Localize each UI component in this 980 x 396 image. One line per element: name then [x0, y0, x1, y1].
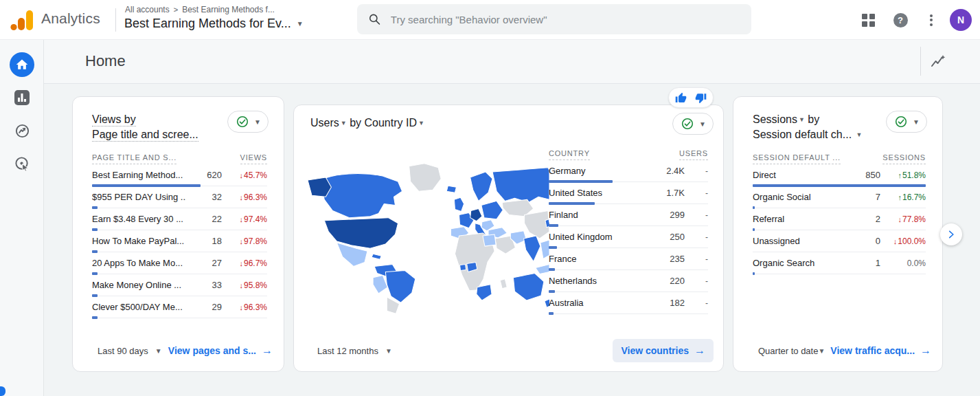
- analytics-logo-icon[interactable]: [10, 8, 34, 32]
- sidebar-item-reports[interactable]: [0, 84, 44, 111]
- views-card-title-line1: Views by: [92, 113, 136, 126]
- thumb-down-icon[interactable]: [695, 92, 707, 104]
- down-arrow-icon: ↓: [239, 303, 243, 311]
- breadcrumb-chevron-icon: >: [174, 6, 178, 14]
- period-selector[interactable]: Last 90 days ▼: [98, 346, 162, 356]
- search-input[interactable]: [391, 14, 740, 25]
- row-change: ↓77.8%: [880, 214, 926, 224]
- users-card: Users▼ by Country ID▼ ▼: [293, 104, 724, 372]
- breadcrumb-current[interactable]: Best Earning Methods f...: [182, 5, 275, 14]
- sidebar-item-advertising[interactable]: [0, 150, 44, 177]
- table-row: Germany2.4K-: [549, 160, 708, 182]
- row-label: United States: [549, 188, 649, 198]
- row-label: Finland: [549, 210, 649, 220]
- dimension-selector[interactable]: Session default ch... ▼: [753, 129, 862, 140]
- down-arrow-icon: ↓: [239, 215, 243, 223]
- map-region: [483, 234, 496, 246]
- views-table: Best Earning Method...620↓45.7%$955 PER …: [92, 164, 267, 318]
- period-label: Quarter to date: [758, 346, 818, 356]
- breadcrumb-root[interactable]: All accounts: [125, 5, 170, 14]
- check-circle-icon: [895, 116, 907, 128]
- row-label: Earn $3.48 Every 30 ...: [92, 214, 186, 224]
- sidebar-item-explore[interactable]: [0, 117, 44, 144]
- row-value: 33: [186, 280, 222, 290]
- search-icon: [368, 12, 381, 26]
- map-region: [513, 274, 544, 300]
- views-card-footer: Last 90 days ▼ View pages and s... →: [73, 338, 284, 363]
- table-row: Make Money Online ...33↓95.8%: [92, 274, 267, 296]
- sessions-card: Sessions▼ by Session default ch... ▼ ▼ S…: [733, 96, 943, 372]
- help-icon[interactable]: ?: [890, 0, 911, 40]
- search-bar[interactable]: [357, 4, 751, 34]
- period-selector[interactable]: Quarter to date: [758, 346, 818, 356]
- sessions-card-footer: Quarter to date ▼ View traffic acqu... →: [733, 338, 942, 363]
- down-arrow-icon: ↓: [239, 259, 243, 267]
- row-value: 2: [845, 214, 880, 224]
- row-label: Direct: [753, 170, 845, 180]
- metric-selector[interactable]: Sessions▼: [753, 113, 805, 125]
- avatar[interactable]: N: [950, 9, 972, 31]
- column-header-dimension: COUNTRY: [549, 149, 590, 160]
- map-region: [477, 285, 492, 300]
- carousel-next-button[interactable]: [940, 223, 962, 245]
- row-label: How To Make PayPal...: [92, 236, 186, 246]
- period-selector[interactable]: Last 12 months ▼: [317, 346, 392, 356]
- map-region: [324, 218, 398, 249]
- column-header-dimension: SESSION DEFAULT ...: [753, 153, 841, 164]
- row-label: United Kingdom: [549, 232, 649, 242]
- row-label: $955 PER DAY Using ...: [92, 192, 186, 202]
- row-change: ↑16.7%: [880, 192, 926, 202]
- row-bar: [753, 272, 755, 275]
- period-label: Last 12 months: [317, 346, 378, 356]
- row-change: -: [685, 166, 708, 176]
- thumb-up-icon[interactable]: [675, 92, 687, 104]
- down-arrow-icon: ↓: [893, 237, 898, 245]
- row-label: Netherlands: [549, 276, 649, 286]
- advertising-icon: [14, 156, 30, 172]
- apps-grid-icon[interactable]: [858, 0, 878, 40]
- map-region: [446, 186, 456, 192]
- reports-icon: [14, 90, 30, 105]
- breadcrumb[interactable]: All accounts > Best Earning Methods f...: [125, 5, 275, 14]
- row-label: Referral: [753, 214, 845, 224]
- row-bar: [549, 312, 554, 315]
- metric-selector[interactable]: Users▼: [310, 117, 347, 129]
- table-row: Best Earning Method...620↓45.7%: [92, 164, 267, 186]
- page-header-band: Home: [44, 40, 980, 84]
- view-countries-link[interactable]: View countries →: [613, 339, 714, 362]
- views-card: Views by Page title and scree... ▼ PAGE …: [72, 96, 284, 372]
- dimension-selector[interactable]: Country ID▼: [365, 117, 424, 129]
- world-map-choropleth: [306, 160, 549, 317]
- row-label: Best Earning Method...: [92, 170, 186, 180]
- down-arrow-icon: ↓: [239, 193, 243, 201]
- title-joiner: by: [808, 113, 819, 125]
- map-region: [409, 164, 442, 191]
- column-header-metric: VIEWS: [240, 153, 267, 164]
- kebab-menu-icon[interactable]: [924, 0, 938, 40]
- map-region: [500, 279, 507, 289]
- view-traffic-link[interactable]: ▼ View traffic acqu... →: [818, 344, 931, 357]
- insights-button[interactable]: [928, 52, 948, 72]
- row-label: France: [549, 254, 649, 264]
- table-row: $955 PER DAY Using ...32↓96.3%: [92, 186, 267, 208]
- table-row: Organic Search10.0%: [753, 252, 926, 274]
- row-change: ↓45.7%: [222, 170, 267, 180]
- table-header: PAGE TITLE AND S... VIEWS: [92, 149, 267, 164]
- countries-table-wrap: COUNTRY USERS Germany2.4K-United States1…: [549, 145, 708, 314]
- view-pages-link[interactable]: View pages and s... →: [168, 344, 273, 357]
- data-quality-pill[interactable]: ▼: [886, 111, 927, 133]
- chevron-down-icon: ▼: [818, 347, 825, 355]
- map-region: [460, 264, 466, 270]
- row-value: 1: [845, 258, 880, 268]
- analytics-home-page: Analytics All accounts > Best Earning Me…: [0, 0, 980, 396]
- row-label: Organic Social: [753, 192, 845, 202]
- data-quality-pill[interactable]: ▼: [672, 113, 714, 135]
- account-selector[interactable]: Best Earning Methods for Ev... ▼: [124, 16, 304, 31]
- up-arrow-icon: ↑: [898, 171, 902, 179]
- row-change: -: [685, 276, 708, 286]
- row-value: 220: [649, 276, 685, 286]
- column-header-metric: USERS: [679, 149, 708, 160]
- table-row: Australia182-: [549, 292, 708, 314]
- sidebar-item-home[interactable]: [0, 51, 44, 78]
- data-quality-pill[interactable]: ▼: [227, 111, 269, 133]
